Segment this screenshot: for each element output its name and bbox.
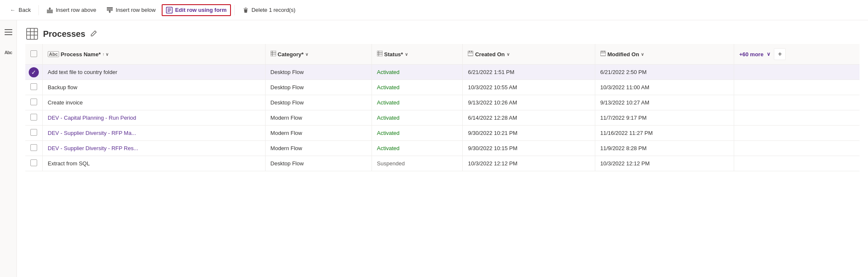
modified-on-cell: 11/9/2022 8:28 PM xyxy=(595,141,734,156)
row-empty-check[interactable] xyxy=(30,114,37,121)
modified-on-col-icon xyxy=(600,51,606,58)
svg-rect-10 xyxy=(5,29,12,30)
row-checkbox-cell[interactable] xyxy=(25,80,43,95)
toolbar: ← Back Insert row above Insert row below xyxy=(0,0,868,20)
back-button[interactable]: ← Back xyxy=(5,4,35,16)
more-chevron-icon[interactable]: ∨ xyxy=(767,51,770,57)
extra-cell xyxy=(734,110,860,126)
table-row[interactable]: Create invoiceDesktop FlowActivated9/13/… xyxy=(25,95,860,110)
process-name-cell: Create invoice xyxy=(43,95,266,110)
add-column-button[interactable]: + xyxy=(774,48,786,60)
process-name-sort-icon[interactable]: ↑ ∨ xyxy=(102,52,108,57)
process-name-cell: Add text file to country folder xyxy=(43,65,266,80)
extra-cell xyxy=(734,156,860,171)
table-header-row: Abc Process Name* ↑ ∨ xyxy=(25,44,860,65)
category-column-header[interactable]: Category* ∨ xyxy=(265,44,372,65)
created-on-cell: 6/21/2022 1:51 PM xyxy=(463,65,595,80)
row-checkbox-cell[interactable] xyxy=(25,110,43,126)
row-empty-check[interactable] xyxy=(30,129,37,136)
svg-rect-1 xyxy=(47,11,53,12)
created-on-cell: 9/30/2022 10:15 PM xyxy=(463,141,595,156)
svg-rect-30 xyxy=(600,51,606,56)
process-name-column-header[interactable]: Abc Process Name* ↑ ∨ xyxy=(43,44,266,65)
svg-rect-12 xyxy=(5,34,12,35)
status-cell: Activated xyxy=(372,80,463,95)
modified-on-cell: 11/16/2022 11:27 PM xyxy=(595,126,734,141)
created-on-cell: 10/3/2022 12:12 PM xyxy=(463,156,595,171)
row-checkbox-cell[interactable] xyxy=(25,95,43,110)
table-body: ✓Add text file to country folderDesktop … xyxy=(25,65,860,171)
process-name-link[interactable]: DEV - Supplier Diversity - RFP Ma... xyxy=(48,130,136,136)
created-on-cell: 6/14/2022 12:28 AM xyxy=(463,110,595,126)
delete-icon xyxy=(242,7,249,14)
edit-row-form-button[interactable]: Edit row using form xyxy=(162,4,231,16)
status-cell: Activated xyxy=(372,95,463,110)
insert-row-above-button[interactable]: Insert row above xyxy=(42,4,100,16)
process-name-link[interactable]: DEV - Capital Planning - Run Period xyxy=(48,115,136,121)
more-columns-header[interactable]: +60 more ∨ + xyxy=(734,44,860,65)
data-table: Abc Process Name* ↑ ∨ xyxy=(25,44,860,171)
extra-cell xyxy=(734,141,860,156)
process-name-cell: DEV - Supplier Diversity - RFP Ma... xyxy=(43,126,266,141)
category-cell: Desktop Flow xyxy=(265,80,372,95)
row-checkbox-cell[interactable] xyxy=(25,156,43,171)
created-on-cell: 10/3/2022 10:55 AM xyxy=(463,80,595,95)
svg-rect-2 xyxy=(47,12,53,13)
row-empty-check[interactable] xyxy=(30,99,37,105)
page-header: Processes xyxy=(17,20,868,44)
svg-rect-5 xyxy=(107,10,113,11)
process-name-link[interactable]: DEV - Supplier Diversity - RFP Res... xyxy=(48,145,138,151)
more-columns-button[interactable]: +60 more xyxy=(739,51,763,58)
modified-on-sort-icon[interactable]: ∨ xyxy=(641,52,644,57)
extra-cell xyxy=(734,80,860,95)
back-icon: ← xyxy=(9,7,16,14)
created-on-col-icon xyxy=(468,51,473,58)
category-sort-icon[interactable]: ∨ xyxy=(305,52,308,57)
table-row[interactable]: DEV - Supplier Diversity - RFP Ma...Mode… xyxy=(25,126,860,141)
left-sidebar: Abc xyxy=(0,20,17,277)
svg-rect-0 xyxy=(47,10,53,11)
modified-on-column-header[interactable]: Modified On ∨ xyxy=(595,44,734,65)
status-sort-icon[interactable]: ∨ xyxy=(405,52,408,57)
table-container: Abc Process Name* ↑ ∨ xyxy=(17,44,868,277)
created-on-column-header[interactable]: Created On ∨ xyxy=(463,44,595,65)
pencil-icon[interactable] xyxy=(90,30,97,38)
insert-row-below-button[interactable]: Insert row below xyxy=(102,4,160,16)
select-all-checkbox[interactable] xyxy=(30,50,37,57)
table-row[interactable]: Backup flowDesktop FlowActivated10/3/202… xyxy=(25,80,860,95)
abc-col-icon: Abc xyxy=(48,51,59,57)
extra-cell xyxy=(734,95,860,110)
status-column-header[interactable]: Status* ∨ xyxy=(372,44,463,65)
table-icon xyxy=(25,27,39,41)
hamburger-menu-icon[interactable] xyxy=(2,25,15,39)
table-row[interactable]: DEV - Capital Planning - Run PeriodModer… xyxy=(25,110,860,126)
abc-icon[interactable]: Abc xyxy=(2,46,15,59)
delete-record-button[interactable]: Delete 1 record(s) xyxy=(238,4,300,16)
table-row[interactable]: Extract from SQLDesktop FlowSuspended10/… xyxy=(25,156,860,171)
row-selected-check[interactable]: ✓ xyxy=(29,67,39,77)
status-cell: Activated xyxy=(372,65,463,80)
separator-1 xyxy=(38,5,39,15)
svg-rect-26 xyxy=(468,51,473,56)
status-cell: Activated xyxy=(372,141,463,156)
created-on-sort-icon[interactable]: ∨ xyxy=(507,52,510,57)
status-col-icon xyxy=(377,51,382,58)
row-empty-check[interactable] xyxy=(30,83,37,90)
table-row[interactable]: DEV - Supplier Diversity - RFP Res...Mod… xyxy=(25,141,860,156)
status-cell: Suspended xyxy=(372,156,463,171)
category-cell: Desktop Flow xyxy=(265,65,372,80)
edit-form-icon xyxy=(166,7,173,14)
checkbox-column-header[interactable] xyxy=(25,44,43,65)
row-checkbox-cell[interactable] xyxy=(25,141,43,156)
page-content: Abc Processes xyxy=(0,20,868,277)
page-title: Processes xyxy=(43,29,85,39)
table-row[interactable]: ✓Add text file to country folderDesktop … xyxy=(25,65,860,80)
modified-on-cell: 10/3/2022 11:00 AM xyxy=(595,80,734,95)
created-on-cell: 9/13/2022 10:26 AM xyxy=(463,95,595,110)
row-empty-check[interactable] xyxy=(30,159,37,166)
row-checkbox-cell[interactable]: ✓ xyxy=(25,65,43,80)
row-empty-check[interactable] xyxy=(30,144,37,151)
category-col-icon xyxy=(271,51,276,58)
process-name-cell: Extract from SQL xyxy=(43,156,266,171)
row-checkbox-cell[interactable] xyxy=(25,126,43,141)
